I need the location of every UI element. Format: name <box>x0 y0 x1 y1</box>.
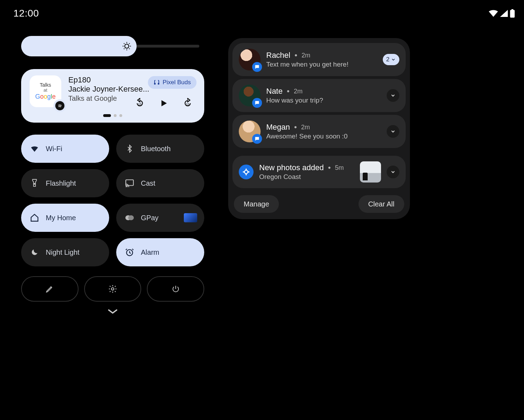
wifi-icon <box>30 144 39 154</box>
tile-nightlight[interactable]: Night Light <box>21 238 109 266</box>
tile-alarm[interactable]: Alarm <box>116 238 204 266</box>
svg-point-2 <box>125 44 129 48</box>
edit-tiles-button[interactable] <box>21 276 79 302</box>
earbuds-icon <box>154 79 160 86</box>
svg-rect-9 <box>126 180 133 185</box>
clear-all-button[interactable]: Clear All <box>358 195 404 213</box>
chevron-down-icon <box>390 93 396 98</box>
tile-label: My Home <box>46 214 76 222</box>
brightness-icon <box>122 41 132 51</box>
pencil-icon <box>45 285 54 293</box>
spotify-icon <box>57 103 63 109</box>
wifi-status-icon <box>489 10 498 17</box>
gpay-card-thumbnail <box>184 213 197 222</box>
messages-app-badge <box>252 62 262 72</box>
media-output-label: Pixel Buds <box>163 79 191 86</box>
tile-bluetooth[interactable]: Bluetooth <box>116 135 204 163</box>
messages-app-badge <box>252 134 262 144</box>
notif-sender: Megan <box>266 123 290 132</box>
notif-sender: Nate <box>266 87 282 96</box>
media-album-art: Talks at Google <box>30 75 62 108</box>
svg-rect-1 <box>511 9 513 10</box>
svg-point-3 <box>154 83 155 84</box>
brightness-slider[interactable] <box>21 36 204 56</box>
photos-app-icon <box>239 165 254 179</box>
tile-flashlight[interactable]: Flashlight <box>21 169 109 197</box>
moon-icon <box>30 247 39 257</box>
chevron-down-icon <box>391 57 396 62</box>
notif-body: Awesome! See you soon :0 <box>266 132 381 140</box>
status-bar: 12:00 <box>0 6 524 20</box>
album-line1: Talks <box>40 82 51 88</box>
notif-nate[interactable]: Nate•2m How was your trip? <box>232 79 406 112</box>
tile-label: Flashlight <box>46 179 76 187</box>
gpay-icon <box>125 213 135 223</box>
collapse-handle[interactable] <box>21 308 204 315</box>
media-forward-15-button[interactable]: 15 <box>182 97 194 109</box>
media-play-button[interactable] <box>158 97 170 109</box>
notif-sender: Rachel <box>266 51 290 60</box>
svg-point-8 <box>34 183 35 184</box>
tile-label: Cast <box>141 179 155 187</box>
messages-app-badge <box>252 98 262 108</box>
tile-label: Night Light <box>46 248 80 257</box>
notif-title: New photos added <box>259 163 324 172</box>
album-line3: Google <box>35 93 56 100</box>
notif-photos[interactable]: New photos added•5m Oregon Coast <box>232 156 406 188</box>
media-card[interactable]: Pixel Buds Talks at Google Ep180 Jackie … <box>21 69 204 123</box>
notif-expand[interactable] <box>387 125 399 138</box>
notif-megan[interactable]: Megan•2m Awesome! See you soon :0 <box>232 115 406 148</box>
gear-icon <box>108 284 117 294</box>
svg-point-14 <box>112 288 114 290</box>
tile-gpay[interactable]: GPay <box>116 204 204 232</box>
settings-button[interactable] <box>84 276 142 302</box>
manage-notifications-button[interactable]: Manage <box>234 195 279 213</box>
tile-cast[interactable]: Cast <box>116 169 204 197</box>
notif-count-expand[interactable]: 2 <box>383 54 399 65</box>
flashlight-icon <box>30 178 39 188</box>
photo-thumbnail <box>360 161 381 183</box>
svg-point-4 <box>158 83 159 84</box>
avatar <box>239 121 261 142</box>
cellular-status-icon <box>500 10 508 17</box>
svg-text:15: 15 <box>138 103 142 106</box>
notif-time: 5m <box>335 164 344 172</box>
avatar <box>239 85 261 106</box>
tile-label: GPay <box>141 214 158 222</box>
notification-shade[interactable]: Rachel•2m Text me when you get here! 2 N… <box>228 38 410 219</box>
notif-rachel[interactable]: Rachel•2m Text me when you get here! 2 <box>232 43 406 76</box>
notif-expand[interactable] <box>387 166 399 178</box>
notif-time: 2m <box>301 124 310 131</box>
notif-body: Text me when you get here! <box>266 61 377 68</box>
media-rewind-15-button[interactable]: 15 <box>134 97 146 109</box>
tile-home[interactable]: My Home <box>21 204 109 232</box>
media-output-button[interactable]: Pixel Buds <box>148 76 196 89</box>
notif-time: 2m <box>294 88 302 95</box>
tile-label: Wi-Fi <box>46 145 62 153</box>
tile-label: Bluetooth <box>141 145 171 153</box>
svg-point-10 <box>126 186 127 187</box>
svg-point-12 <box>128 215 134 220</box>
svg-rect-0 <box>510 10 514 18</box>
chevron-down-icon <box>390 129 396 134</box>
battery-status-icon <box>510 9 515 18</box>
notif-expand[interactable] <box>387 89 399 102</box>
clock: 12:00 <box>13 8 39 19</box>
tile-wifi[interactable]: Wi-Fi <box>21 135 109 163</box>
power-icon <box>171 285 180 293</box>
notif-count: 2 <box>386 56 389 63</box>
chevron-down-icon <box>390 169 396 175</box>
notif-body: How was your trip? <box>266 97 381 104</box>
notif-time: 2m <box>301 52 310 59</box>
notif-body: Oregon Coast <box>259 173 354 181</box>
svg-text:15: 15 <box>186 103 189 106</box>
media-page-indicator <box>30 114 196 117</box>
quick-settings-tiles: Wi-Fi Bluetooth Flashlight Cast My Home … <box>21 135 204 266</box>
power-button[interactable] <box>147 276 204 302</box>
alarm-icon <box>125 247 135 257</box>
status-icons <box>489 9 515 18</box>
media-show: Talks at Google <box>68 94 196 103</box>
album-line2: at <box>44 88 48 93</box>
tile-label: Alarm <box>141 248 159 257</box>
cast-icon <box>125 178 135 188</box>
